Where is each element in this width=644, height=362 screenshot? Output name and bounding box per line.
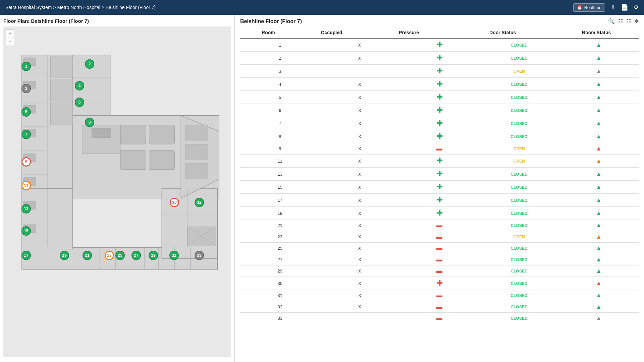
realtime-button[interactable]: ⏰ Realtime: [573, 3, 605, 12]
door-status-label: CLOSED: [511, 246, 528, 251]
right-panel: Beishline Floor (Floor 7) 🔍 ☷ ☷ ✥ Room O…: [235, 15, 644, 362]
room-circle-7[interactable]: 7: [21, 130, 31, 139]
cell-door: OPEN: [479, 155, 559, 168]
cell-occupied: [320, 65, 400, 78]
room-circle-30[interactable]: 30: [170, 198, 179, 207]
room-circle-17[interactable]: 17: [21, 251, 31, 260]
cell-door: CLOSED: [479, 39, 559, 52]
cell-status: ▲: [559, 130, 639, 143]
door-status-label: CLOSED: [511, 108, 528, 113]
download-icon[interactable]: ⇩: [610, 4, 615, 11]
table-row: 21X▬CLOSED▲: [240, 220, 639, 231]
cell-door: CLOSED: [479, 130, 559, 143]
room-circle-9[interactable]: 9: [21, 157, 31, 167]
room-circle-5[interactable]: 5: [21, 107, 31, 117]
cell-room: 9: [240, 143, 320, 155]
cell-pressure: ✚: [399, 155, 479, 168]
cell-occupied: X: [320, 155, 400, 168]
room-circle-1[interactable]: 1: [21, 62, 31, 71]
room-circle-25[interactable]: 25: [115, 251, 125, 260]
cell-occupied: X: [320, 117, 400, 130]
status-triangle-green: ▲: [596, 210, 602, 217]
cell-occupied: X: [320, 290, 400, 301]
search-icon[interactable]: 🔍: [608, 18, 615, 24]
cell-room: 15: [240, 181, 320, 194]
cell-occupied: X: [320, 194, 400, 207]
pressure-plus-icon: ✚: [436, 183, 442, 191]
status-triangle-green: ▲: [596, 133, 602, 140]
cell-room: 23: [240, 231, 320, 243]
room-circle-6[interactable]: 6: [75, 98, 84, 107]
cell-pressure: ✚: [399, 104, 479, 117]
cell-pressure: ✚: [399, 117, 479, 130]
table-row: 23X▬OPEN▲: [240, 231, 639, 243]
table-row: 6X✚CLOSED▲: [240, 104, 639, 117]
room-circle-13[interactable]: 13: [21, 204, 31, 214]
room-circle-21[interactable]: 21: [83, 251, 92, 260]
room-circle-33[interactable]: 33: [195, 251, 204, 260]
cell-door: OPEN: [479, 231, 559, 243]
room-circle-3[interactable]: 3: [21, 84, 31, 93]
cell-pressure: ✚: [399, 181, 479, 194]
cell-status: ▲: [559, 243, 639, 254]
room-circle-2[interactable]: 2: [85, 59, 94, 69]
cell-occupied: X: [320, 104, 400, 117]
filter-icon[interactable]: ☷: [618, 18, 623, 24]
pressure-minus-icon: ▬: [436, 233, 442, 240]
status-triangle-green: ▲: [596, 267, 602, 274]
room-circle-15[interactable]: 15: [21, 226, 31, 236]
cell-status: ▲: [559, 207, 639, 220]
status-triangle-green: ▲: [596, 303, 602, 310]
door-status-label: CLOSED: [511, 198, 528, 203]
pressure-plus-icon: ✚: [436, 119, 442, 127]
room-circle-4[interactable]: 4: [75, 81, 84, 90]
right-header: Beishline Floor (Floor 7) 🔍 ☷ ☷ ✥: [240, 18, 639, 24]
zoom-out-button[interactable]: −: [6, 38, 14, 46]
table-row: 31X▬CLOSED▲: [240, 290, 639, 301]
room-circle-29[interactable]: 29: [149, 251, 158, 260]
room-circle-27[interactable]: 27: [131, 251, 141, 260]
table-row: 9X▬OPEN▲: [240, 143, 639, 155]
cell-pressure: ▬: [399, 265, 479, 277]
room-circle-11[interactable]: 11: [21, 181, 31, 190]
room-circle-8[interactable]: 8: [85, 118, 94, 127]
expand-icon[interactable]: ✥: [634, 18, 639, 24]
door-status-label: CLOSED: [511, 121, 528, 126]
room-circle-32[interactable]: 32: [195, 198, 204, 207]
pressure-minus-icon: ▬: [436, 292, 442, 299]
room-circle-19[interactable]: 19: [60, 251, 69, 260]
cell-pressure: ▬: [399, 301, 479, 313]
zoom-in-button[interactable]: +: [6, 29, 14, 37]
table-row: 19X✚CLOSED▲: [240, 207, 639, 220]
room-circle-31[interactable]: 31: [169, 251, 179, 260]
door-status-label: CLOSED: [511, 56, 528, 61]
realtime-label: Realtime: [584, 5, 601, 10]
expand-icon[interactable]: ✥: [634, 4, 639, 11]
table-header: Room Occupied Pressure Door Status Room …: [240, 27, 639, 39]
status-triangle-green: ▲: [596, 197, 602, 203]
left-panel: Floor Plan: Beishline Floor (Floor 7) + …: [0, 15, 235, 362]
status-triangle-green: ▲: [596, 256, 602, 263]
pressure-minus-icon: ▬: [436, 267, 442, 274]
cell-pressure: ✚: [399, 277, 479, 290]
cell-door: CLOSED: [479, 168, 559, 181]
cell-door: CLOSED: [479, 91, 559, 104]
cell-occupied: X: [320, 39, 400, 52]
room-circle-23[interactable]: 23: [105, 251, 114, 260]
cell-room: 6: [240, 104, 320, 117]
rooms-table: Room Occupied Pressure Door Status Room …: [240, 27, 639, 359]
pressure-minus-icon: ▬: [436, 303, 442, 310]
cell-occupied: X: [320, 243, 400, 254]
cell-door: CLOSED: [479, 104, 559, 117]
col-header-door: Door Status: [451, 27, 554, 38]
cell-room: 13: [240, 168, 320, 181]
document-icon[interactable]: 📄: [621, 4, 628, 11]
grid-icon[interactable]: ☷: [626, 18, 631, 24]
breadcrumb-text: Setra Hospital System > Metro North Hosp…: [5, 5, 156, 10]
cell-pressure: ✚: [399, 91, 479, 104]
room-circles-overlay: 1234567891113151719212325272930313233: [3, 26, 231, 357]
status-triangle-green: ▲: [596, 245, 602, 251]
cell-room: 21: [240, 220, 320, 231]
cell-occupied: X: [320, 220, 400, 231]
cell-status: ▲: [559, 39, 639, 52]
